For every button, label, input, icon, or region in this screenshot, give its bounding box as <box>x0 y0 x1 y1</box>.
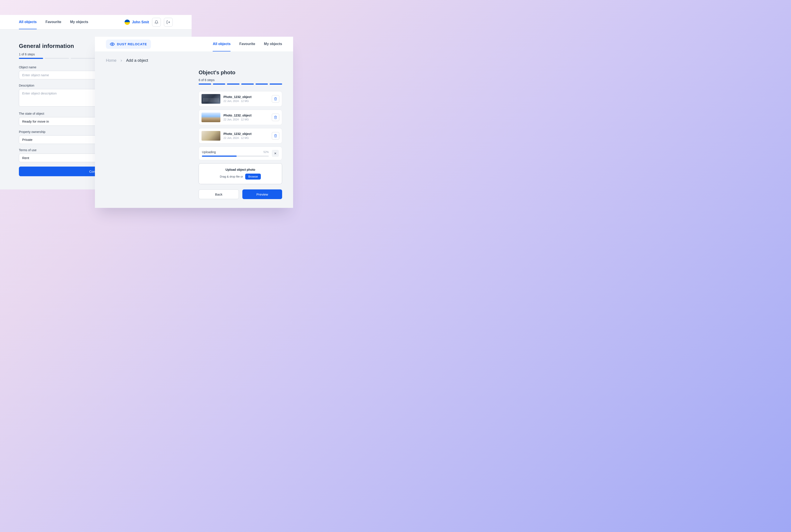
upload-dropzone[interactable]: Upload object photo Drag & drop file or … <box>199 163 282 184</box>
delete-photo-button[interactable] <box>272 95 279 102</box>
upload-body: Uploading 52% <box>202 150 269 157</box>
delete-photo-button[interactable] <box>272 114 279 121</box>
delete-photo-button[interactable] <box>272 132 279 139</box>
photo-meta: 22 Jun, 2024 · 12 MG <box>224 118 269 121</box>
cancel-upload-button[interactable] <box>272 150 279 157</box>
upload-row: Uploading 52% <box>202 150 269 154</box>
tab-all-objects-r[interactable]: All objects <box>213 37 231 52</box>
photos-title: Object's photo <box>199 70 282 76</box>
logout-icon <box>166 20 170 24</box>
notifications-button[interactable] <box>152 18 161 26</box>
user-block[interactable]: John Smit <box>124 20 149 25</box>
upload-fill <box>202 156 237 157</box>
tab-all-objects[interactable]: All objects <box>19 15 37 29</box>
logo[interactable]: DUST RELOCATE <box>106 40 151 49</box>
photo-name: Photo_1232_object <box>224 132 269 136</box>
trash-icon <box>274 134 277 137</box>
close-icon <box>274 152 277 155</box>
breadcrumb-current: Add a object <box>126 58 148 63</box>
ukraine-flag-icon <box>124 20 130 25</box>
dropzone-row: Drag & drop file or Browse <box>203 174 277 179</box>
upload-percent: 52% <box>264 151 269 154</box>
pstep-5 <box>255 83 268 84</box>
breadcrumb-home[interactable]: Home <box>106 58 116 63</box>
photo-card: Photo_1232_object 22 Jun, 2024 · 12 MG <box>199 110 282 125</box>
photo-name: Photo_1232_object <box>224 114 269 117</box>
top-nav-right: DUST RELOCATE All objects Favourite My o… <box>95 37 293 52</box>
photo-thumbnail <box>201 94 220 104</box>
terms-value: Rent <box>22 156 29 160</box>
action-row: Back Preview <box>199 189 282 199</box>
photo-name: Photo_1232_object <box>224 95 269 99</box>
photo-thumbnail <box>201 113 220 122</box>
eye-logo-icon <box>110 42 115 46</box>
photo-meta: 22 Jun, 2024 · 12 MG <box>224 99 269 102</box>
dropzone-hint: Drag & drop file or <box>220 175 243 178</box>
pstep-6 <box>270 83 282 84</box>
tab-favourite-r[interactable]: Favourite <box>239 37 255 52</box>
photo-thumbnail <box>201 131 220 141</box>
nav-tabs: All objects Favourite My objects <box>19 15 88 29</box>
nav-tabs-right: All objects Favourite My objects <box>213 37 282 52</box>
state-value: Ready for move in <box>22 119 49 123</box>
trash-icon <box>274 116 277 119</box>
right-body: Home Add a object Object's photo 6 of 6 … <box>95 52 293 208</box>
step-seg-3 <box>71 58 95 59</box>
tab-favourite[interactable]: Favourite <box>45 15 61 29</box>
pstep-4 <box>241 83 254 84</box>
svg-point-1 <box>112 43 113 45</box>
user-name: John Smit <box>132 20 149 24</box>
dropzone-title: Upload object photo <box>203 168 277 171</box>
breadcrumb: Home Add a object <box>95 52 293 70</box>
chevron-right-icon <box>119 59 123 62</box>
photos-step-progress <box>199 83 282 84</box>
photo-info: Photo_1232_object 22 Jun, 2024 · 12 MG <box>224 95 269 102</box>
tab-my-objects-r[interactable]: My objects <box>264 37 282 52</box>
upload-progress-card: Uploading 52% <box>199 147 282 160</box>
trash-icon <box>274 97 277 101</box>
photo-info: Photo_1232_object 22 Jun, 2024 · 12 MG <box>224 132 269 139</box>
tab-my-objects[interactable]: My objects <box>70 15 88 29</box>
bell-icon <box>154 20 158 24</box>
top-nav-left: All objects Favourite My objects John Sm… <box>0 15 192 30</box>
photo-card: Photo_1232_object 22 Jun, 2024 · 12 MG <box>199 128 282 144</box>
preview-button[interactable]: Preview <box>242 189 282 199</box>
pstep-1 <box>199 83 211 84</box>
upload-bar <box>202 156 269 157</box>
nav-right: John Smit <box>124 18 173 26</box>
photo-meta: 22 Jun, 2024 · 12 MG <box>224 136 269 139</box>
step-seg-2 <box>45 58 69 59</box>
panel-object-photo: DUST RELOCATE All objects Favourite My o… <box>95 37 293 208</box>
browse-button[interactable]: Browse <box>245 174 261 179</box>
pstep-2 <box>213 83 226 84</box>
back-button[interactable]: Back <box>199 189 239 199</box>
photo-card: Photo_1232_object 22 Jun, 2024 · 12 MG <box>199 91 282 107</box>
photos-section: Object's photo 6 of 6 steps Photo_1232_o… <box>188 70 293 199</box>
logo-text: DUST RELOCATE <box>117 42 147 46</box>
logout-button[interactable] <box>164 18 173 26</box>
step-seg-1 <box>19 58 43 59</box>
upload-label: Uploading <box>202 150 216 154</box>
pstep-3 <box>227 83 239 84</box>
photo-info: Photo_1232_object 22 Jun, 2024 · 12 MG <box>224 114 269 121</box>
ownership-value: Private <box>22 138 33 141</box>
photos-step-label: 6 of 6 steps <box>199 78 282 82</box>
